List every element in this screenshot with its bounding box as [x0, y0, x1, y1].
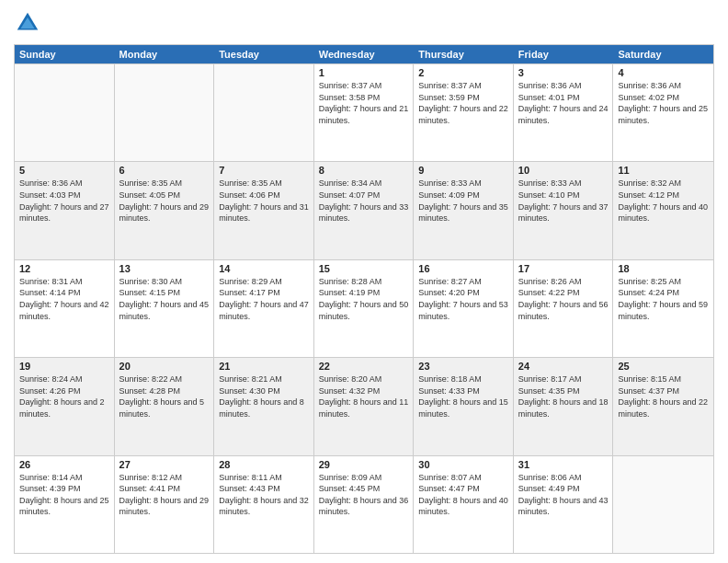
page: SundayMondayTuesdayWednesdayThursdayFrid…	[0, 0, 728, 563]
day-number: 21	[219, 361, 309, 372]
calendar-row: 1Sunrise: 8:37 AM Sunset: 3:58 PM Daylig…	[15, 63, 713, 161]
cell-info: Sunrise: 8:25 AM Sunset: 4:24 PM Dayligh…	[618, 276, 709, 322]
day-number: 23	[418, 361, 508, 372]
cell-info: Sunrise: 8:35 AM Sunset: 4:06 PM Dayligh…	[219, 178, 309, 224]
header-day: Friday	[514, 45, 614, 63]
cell-info: Sunrise: 8:37 AM Sunset: 3:58 PM Dayligh…	[319, 80, 409, 126]
calendar-cell: 14Sunrise: 8:29 AM Sunset: 4:17 PM Dayli…	[214, 260, 314, 357]
calendar-cell: 8Sunrise: 8:34 AM Sunset: 4:07 PM Daylig…	[314, 162, 415, 259]
calendar-cell: 31Sunrise: 8:06 AM Sunset: 4:49 PM Dayli…	[514, 456, 614, 553]
calendar-cell	[15, 64, 115, 161]
day-number: 5	[19, 165, 109, 176]
calendar-cell: 3Sunrise: 8:36 AM Sunset: 4:01 PM Daylig…	[514, 64, 614, 161]
cell-info: Sunrise: 8:34 AM Sunset: 4:07 PM Dayligh…	[319, 178, 409, 224]
calendar-row: 12Sunrise: 8:31 AM Sunset: 4:14 PM Dayli…	[15, 259, 713, 357]
cell-info: Sunrise: 8:33 AM Sunset: 4:09 PM Dayligh…	[418, 178, 508, 224]
cell-info: Sunrise: 8:29 AM Sunset: 4:17 PM Dayligh…	[219, 276, 309, 322]
cell-info: Sunrise: 8:21 AM Sunset: 4:30 PM Dayligh…	[219, 373, 309, 419]
header-day: Sunday	[15, 45, 115, 63]
cell-info: Sunrise: 8:06 AM Sunset: 4:49 PM Dayligh…	[518, 472, 609, 518]
day-number: 9	[418, 165, 508, 176]
cell-info: Sunrise: 8:14 AM Sunset: 4:39 PM Dayligh…	[19, 472, 109, 518]
day-number: 2	[418, 67, 508, 78]
calendar-row: 5Sunrise: 8:36 AM Sunset: 4:03 PM Daylig…	[15, 161, 713, 259]
calendar-cell: 22Sunrise: 8:20 AM Sunset: 4:32 PM Dayli…	[314, 358, 415, 454]
cell-info: Sunrise: 8:09 AM Sunset: 4:45 PM Dayligh…	[319, 472, 409, 518]
logo	[14, 9, 47, 37]
calendar-header: SundayMondayTuesdayWednesdayThursdayFrid…	[15, 45, 713, 63]
day-number: 12	[19, 263, 109, 274]
day-number: 3	[518, 67, 609, 78]
day-number: 31	[518, 459, 609, 470]
cell-info: Sunrise: 8:22 AM Sunset: 4:28 PM Dayligh…	[119, 373, 210, 419]
cell-info: Sunrise: 8:17 AM Sunset: 4:35 PM Dayligh…	[518, 373, 609, 419]
calendar-cell: 2Sunrise: 8:37 AM Sunset: 3:59 PM Daylig…	[414, 64, 514, 161]
calendar-cell: 24Sunrise: 8:17 AM Sunset: 4:35 PM Dayli…	[514, 358, 614, 454]
cell-info: Sunrise: 8:36 AM Sunset: 4:02 PM Dayligh…	[618, 80, 709, 126]
cell-info: Sunrise: 8:18 AM Sunset: 4:33 PM Dayligh…	[418, 373, 508, 419]
calendar-cell: 11Sunrise: 8:32 AM Sunset: 4:12 PM Dayli…	[613, 162, 713, 259]
calendar-cell	[613, 456, 713, 553]
calendar-cell: 28Sunrise: 8:11 AM Sunset: 4:43 PM Dayli…	[214, 456, 314, 553]
calendar-cell: 16Sunrise: 8:27 AM Sunset: 4:20 PM Dayli…	[414, 260, 514, 357]
header-day: Monday	[115, 45, 215, 63]
cell-info: Sunrise: 8:30 AM Sunset: 4:15 PM Dayligh…	[119, 276, 210, 322]
day-number: 11	[618, 165, 709, 176]
calendar-cell: 23Sunrise: 8:18 AM Sunset: 4:33 PM Dayli…	[414, 358, 514, 454]
cell-info: Sunrise: 8:12 AM Sunset: 4:41 PM Dayligh…	[119, 472, 210, 518]
calendar-cell: 18Sunrise: 8:25 AM Sunset: 4:24 PM Dayli…	[613, 260, 713, 357]
calendar-cell: 20Sunrise: 8:22 AM Sunset: 4:28 PM Dayli…	[115, 358, 215, 454]
cell-info: Sunrise: 8:36 AM Sunset: 4:03 PM Dayligh…	[19, 178, 109, 224]
day-number: 25	[618, 361, 709, 372]
calendar: SundayMondayTuesdayWednesdayThursdayFrid…	[14, 44, 714, 554]
calendar-body: 1Sunrise: 8:37 AM Sunset: 3:58 PM Daylig…	[15, 63, 713, 553]
day-number: 10	[518, 165, 609, 176]
calendar-cell: 9Sunrise: 8:33 AM Sunset: 4:09 PM Daylig…	[414, 162, 514, 259]
logo-icon	[14, 9, 41, 37]
calendar-row: 26Sunrise: 8:14 AM Sunset: 4:39 PM Dayli…	[15, 455, 713, 553]
day-number: 1	[319, 67, 409, 78]
day-number: 29	[319, 459, 409, 470]
day-number: 22	[319, 361, 409, 372]
calendar-cell: 25Sunrise: 8:15 AM Sunset: 4:37 PM Dayli…	[613, 358, 713, 454]
cell-info: Sunrise: 8:36 AM Sunset: 4:01 PM Dayligh…	[518, 80, 609, 126]
cell-info: Sunrise: 8:32 AM Sunset: 4:12 PM Dayligh…	[618, 178, 709, 224]
calendar-cell: 17Sunrise: 8:26 AM Sunset: 4:22 PM Dayli…	[514, 260, 614, 357]
cell-info: Sunrise: 8:33 AM Sunset: 4:10 PM Dayligh…	[518, 178, 609, 224]
calendar-cell: 10Sunrise: 8:33 AM Sunset: 4:10 PM Dayli…	[514, 162, 614, 259]
cell-info: Sunrise: 8:15 AM Sunset: 4:37 PM Dayligh…	[618, 373, 709, 419]
header-day: Wednesday	[314, 45, 415, 63]
calendar-cell: 4Sunrise: 8:36 AM Sunset: 4:02 PM Daylig…	[613, 64, 713, 161]
cell-info: Sunrise: 8:37 AM Sunset: 3:59 PM Dayligh…	[418, 80, 508, 126]
day-number: 6	[119, 165, 210, 176]
calendar-cell: 13Sunrise: 8:30 AM Sunset: 4:15 PM Dayli…	[115, 260, 215, 357]
cell-info: Sunrise: 8:27 AM Sunset: 4:20 PM Dayligh…	[418, 276, 508, 322]
cell-info: Sunrise: 8:26 AM Sunset: 4:22 PM Dayligh…	[518, 276, 609, 322]
day-number: 20	[119, 361, 210, 372]
day-number: 14	[219, 263, 309, 274]
cell-info: Sunrise: 8:35 AM Sunset: 4:05 PM Dayligh…	[119, 178, 210, 224]
calendar-cell	[115, 64, 215, 161]
calendar-row: 19Sunrise: 8:24 AM Sunset: 4:26 PM Dayli…	[15, 357, 713, 454]
day-number: 8	[319, 165, 409, 176]
cell-info: Sunrise: 8:24 AM Sunset: 4:26 PM Dayligh…	[19, 373, 109, 419]
header-day: Thursday	[414, 45, 514, 63]
cell-info: Sunrise: 8:07 AM Sunset: 4:47 PM Dayligh…	[418, 472, 508, 518]
calendar-cell: 27Sunrise: 8:12 AM Sunset: 4:41 PM Dayli…	[115, 456, 215, 553]
day-number: 24	[518, 361, 609, 372]
header-day: Saturday	[613, 45, 713, 63]
day-number: 18	[618, 263, 709, 274]
day-number: 13	[119, 263, 210, 274]
calendar-cell: 26Sunrise: 8:14 AM Sunset: 4:39 PM Dayli…	[15, 456, 115, 553]
calendar-cell: 6Sunrise: 8:35 AM Sunset: 4:05 PM Daylig…	[115, 162, 215, 259]
header-day: Tuesday	[214, 45, 314, 63]
day-number: 4	[618, 67, 709, 78]
cell-info: Sunrise: 8:11 AM Sunset: 4:43 PM Dayligh…	[219, 472, 309, 518]
calendar-cell: 21Sunrise: 8:21 AM Sunset: 4:30 PM Dayli…	[214, 358, 314, 454]
day-number: 27	[119, 459, 210, 470]
calendar-cell	[214, 64, 314, 161]
calendar-cell: 1Sunrise: 8:37 AM Sunset: 3:58 PM Daylig…	[314, 64, 415, 161]
day-number: 16	[418, 263, 508, 274]
header	[14, 9, 714, 37]
calendar-cell: 12Sunrise: 8:31 AM Sunset: 4:14 PM Dayli…	[15, 260, 115, 357]
